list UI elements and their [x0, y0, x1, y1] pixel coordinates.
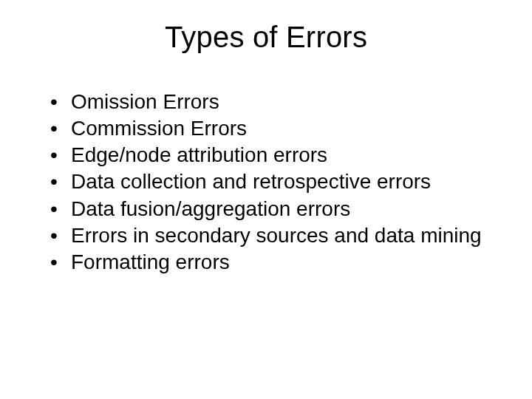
slide-container: Types of Errors Omission Errors Commissi…: [0, 0, 532, 399]
list-item: Data fusion/aggregation errors: [50, 197, 502, 222]
slide-title: Types of Errors: [30, 21, 502, 54]
bullet-list: Omission Errors Commission Errors Edge/n…: [30, 89, 502, 275]
list-item: Errors in secondary sources and data min…: [50, 223, 502, 248]
list-item: Formatting errors: [50, 250, 502, 275]
list-item: Omission Errors: [50, 89, 502, 115]
list-item: Data collection and retrospective errors: [50, 169, 502, 194]
list-item: Edge/node attribution errors: [50, 143, 502, 168]
list-item: Commission Errors: [50, 116, 502, 141]
